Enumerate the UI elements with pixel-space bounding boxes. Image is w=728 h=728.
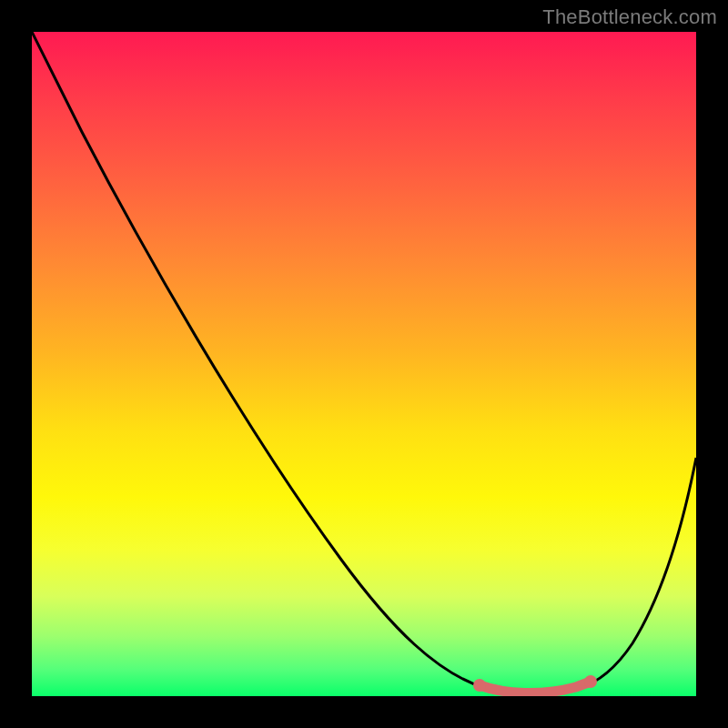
plot-area [32, 32, 696, 696]
highlight-dot-right [584, 675, 597, 688]
bottleneck-curve-path [32, 32, 696, 694]
highlight-dot-left [473, 679, 486, 692]
chart-frame: TheBottleneck.com [0, 0, 728, 728]
watermark-text: TheBottleneck.com [542, 5, 717, 29]
highlight-band [480, 682, 591, 693]
bottleneck-curve-svg [32, 32, 696, 696]
